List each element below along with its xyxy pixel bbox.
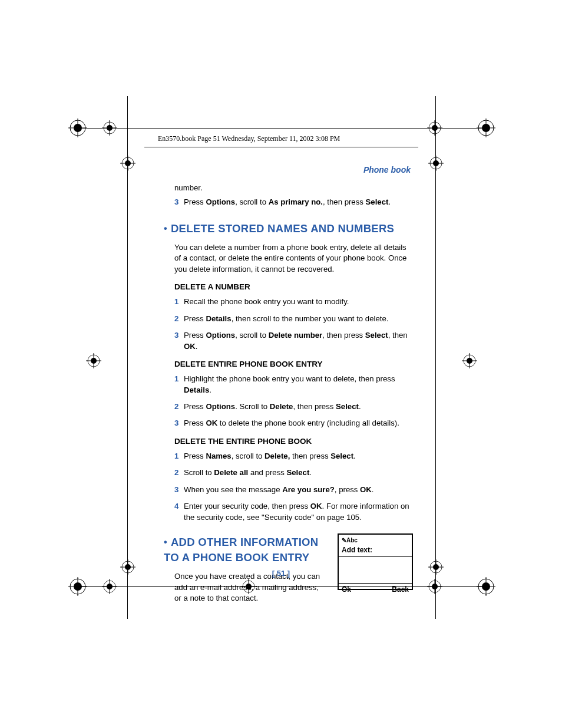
step: 3Press Options, scroll to Delete number,… — [174, 330, 413, 352]
phone-screen-illustration: ✎Abc Add text: Ok Back — [338, 533, 413, 590]
softkey-ok: Ok — [342, 585, 351, 595]
crop-mark-icon — [84, 351, 104, 371]
phone-prompt: Add text: — [339, 545, 412, 557]
header-line: En3570.book Page 51 Wednesday, September… — [158, 134, 340, 143]
frame-line — [127, 96, 128, 619]
running-header: Phone book — [363, 165, 411, 174]
crop-mark-icon — [424, 118, 507, 147]
section-title-add-info: •ADD OTHER INFORMATION TO A PHONE BOOK E… — [164, 535, 326, 565]
subheading-delete-entry: DELETE ENTIRE PHONE BOOK ENTRY — [174, 359, 413, 370]
subheading-delete-book: DELETE THE ENTIRE PHONE BOOK — [174, 436, 413, 447]
step: 2Press Options. Scroll to Delete, then p… — [174, 401, 413, 412]
phone-mode-indicator: ✎Abc — [339, 535, 412, 545]
crop-mark-icon — [424, 577, 507, 606]
step: 1Highlight the phone book entry you want… — [174, 374, 413, 396]
section-intro: You can delete a number from a phone boo… — [174, 242, 413, 275]
step: 3 Press Options, scroll to As primary no… — [174, 197, 413, 207]
crop-mark-icon — [426, 153, 446, 173]
bullet-icon: • — [164, 537, 167, 547]
carry-text: number. — [174, 183, 413, 193]
page-number: [ 51 ] — [0, 569, 562, 578]
crop-mark-icon — [459, 351, 480, 371]
crop-mark-icon — [68, 577, 186, 606]
step: 4Enter your security code, then press OK… — [174, 501, 413, 523]
subheading-delete-number: DELETE A NUMBER — [174, 282, 413, 293]
section-title-delete: •DELETE STORED NAMES AND NUMBERS — [164, 221, 413, 236]
step: 3When you see the message Are you sure?,… — [174, 485, 413, 495]
step-number: 3 — [174, 197, 184, 207]
bullet-icon: • — [164, 223, 167, 233]
crop-mark-icon — [118, 153, 138, 173]
phone-softkeys: Ok Back — [339, 583, 412, 597]
main-content: number. 3 Press Options, scroll to As pr… — [174, 183, 413, 608]
softkey-back: Back — [392, 585, 409, 595]
step: 1Recall the phone book entry you want to… — [174, 297, 413, 307]
step-text: Press Options, scroll to As primary no.,… — [184, 197, 413, 207]
step: 2Press Details, then scroll to the numbe… — [174, 314, 413, 324]
step: 1Press Names, scroll to Delete, then pre… — [174, 451, 413, 462]
step: 3Press OK to delete the phone book entry… — [174, 418, 413, 429]
step: 2Scroll to Delete all and press Select. — [174, 467, 413, 478]
frame-line — [435, 96, 436, 619]
